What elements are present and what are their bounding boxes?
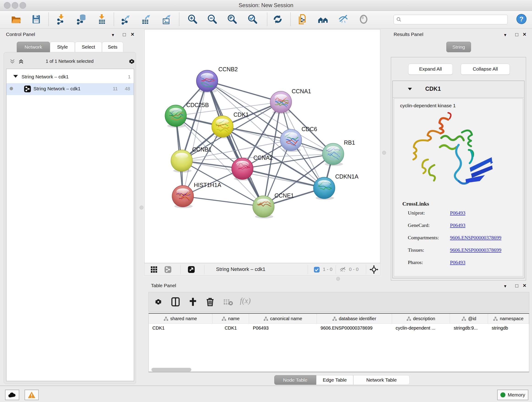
zoom-in-icon[interactable] (187, 14, 198, 25)
help-icon[interactable]: ? (516, 13, 527, 25)
search-input[interactable] (403, 15, 505, 23)
network-graph[interactable]: CCNB2CCNA1CDC25BCDK1CDC6RB1CCNB1CCNA2CDK… (145, 30, 380, 263)
tab-edge-table[interactable]: Edge Table (316, 375, 353, 385)
crosslink-link[interactable]: P06493 (450, 259, 465, 265)
table-cell[interactable]: stringdb:9... (450, 324, 488, 333)
collapse-triangle-icon[interactable] (13, 75, 18, 78)
zoom-fit-icon[interactable] (227, 14, 238, 25)
import-network-icon[interactable] (56, 14, 67, 25)
warning-icon (28, 391, 36, 398)
node-CDC6[interactable]: CDC6 (280, 126, 317, 152)
column-header-description[interactable]: description (392, 314, 450, 323)
tab-style[interactable]: Style (50, 42, 75, 52)
export-table-icon[interactable] (140, 14, 152, 25)
node-label: CDC25B (186, 102, 209, 108)
save-session-icon[interactable] (31, 14, 42, 25)
column-header-namespace[interactable]: namespace (488, 314, 529, 323)
home-icon[interactable] (317, 14, 329, 25)
table-panel-close-icon[interactable]: ✕ (523, 283, 526, 288)
selected-checkbox-icon[interactable] (314, 267, 320, 273)
crosslinks-title: CrossLinks (402, 201, 429, 207)
control-panel-close-icon[interactable]: ✕ (131, 32, 134, 37)
network-row-selected[interactable]: String Network – cdk1 11 48 (6, 83, 134, 95)
hide-panel-icon[interactable] (338, 14, 349, 25)
table-panel-float-icon[interactable]: □ (515, 283, 518, 289)
column-header-canonicalname[interactable]: canonical name (249, 314, 317, 323)
node-table[interactable]: shared namenamecanonical namedatabase id… (148, 313, 529, 372)
crosslink-link[interactable]: 9606.ENSP00000378699 (450, 247, 501, 253)
crosslink-link[interactable]: P06493 (450, 210, 465, 216)
gear-icon[interactable] (154, 297, 163, 306)
tab-sets[interactable]: Sets (102, 42, 123, 52)
selected-counts: 1 - 0 (323, 267, 332, 272)
table-cell[interactable]: stringdb (488, 324, 529, 333)
tab-string[interactable]: String (446, 42, 471, 52)
memory-button[interactable]: Memory (497, 390, 528, 400)
network-share-icon[interactable] (164, 266, 172, 273)
tab-node-table[interactable]: Node Table (274, 375, 316, 385)
table-cell[interactable]: CDK1 (212, 324, 249, 333)
node-CDK1[interactable]: CDK1 (212, 111, 249, 138)
network-collection-row[interactable]: String Network – cdk1 1 (6, 72, 134, 84)
table-cell[interactable]: cyclin-dependent ... (392, 324, 450, 333)
function-builder-icon[interactable]: f(x) (240, 296, 251, 305)
vertical-splitter-handle[interactable] (139, 206, 143, 210)
import-database-icon[interactable] (76, 14, 87, 25)
collapse-all-button[interactable]: Collapse All (461, 64, 510, 75)
vertical-splitter-handle[interactable] (382, 151, 386, 155)
column-header-id[interactable]: @id (450, 314, 488, 323)
delete-column-trash-icon[interactable] (206, 297, 215, 307)
node-CCNA1[interactable]: CCNA1 (270, 88, 311, 114)
delete-table-icon[interactable] (223, 299, 233, 306)
gene-section-header[interactable]: CDK1 (393, 81, 524, 98)
expand-all-button[interactable]: Expand All (408, 64, 453, 75)
node-HIST1H1A[interactable]: HIST1H1A (172, 182, 221, 208)
control-panel-menu-icon[interactable]: ▾ (112, 32, 114, 38)
open-file-icon[interactable] (11, 14, 22, 25)
table-header-row: shared namenamecanonical namedatabase id… (149, 314, 529, 324)
control-panel-float-icon[interactable]: □ (123, 32, 126, 38)
results-panel-float-icon[interactable]: □ (515, 32, 518, 38)
birds-eye-grid-icon[interactable] (151, 266, 157, 273)
network-canvas[interactable]: CCNB2CCNA1CDC25BCDK1CDC6RB1CCNB1CCNA2CDK… (144, 29, 380, 263)
horizontal-splitter-handle[interactable] (336, 277, 340, 281)
horizontal-scrollbar-thumb[interactable] (152, 368, 191, 371)
gear-icon[interactable] (128, 57, 136, 65)
table-row[interactable]: CDK1CDK1P064939606.ENSP00000378699cyclin… (149, 324, 529, 333)
add-column-icon[interactable] (188, 297, 198, 307)
node-CCNB2[interactable]: CCNB2 (196, 66, 238, 93)
eye-icon[interactable] (358, 14, 369, 25)
column-header-name[interactable]: name (212, 314, 249, 323)
crosslink-link[interactable]: 9606.ENSP00000378699 (450, 235, 501, 241)
zoom-out-icon[interactable] (207, 14, 218, 25)
search-field[interactable] (394, 15, 508, 24)
cloud-button[interactable] (5, 390, 19, 400)
tab-select[interactable]: Select (75, 42, 102, 52)
show-columns-icon[interactable] (171, 297, 180, 307)
warnings-button[interactable] (25, 390, 39, 400)
collapse-triangle-icon[interactable] (408, 88, 412, 90)
node-CDC25B[interactable]: CDC25B (165, 102, 209, 128)
table-cell[interactable]: CDK1 (149, 324, 212, 333)
node-CDKN1A[interactable]: CDKN1A (313, 173, 359, 200)
fit-content-crosshair-icon[interactable] (370, 265, 378, 274)
import-table-icon[interactable] (96, 14, 107, 25)
export-image-icon[interactable] (161, 14, 172, 25)
tab-network-table[interactable]: Network Table (353, 375, 410, 385)
clone-network-icon[interactable] (298, 14, 308, 25)
export-network-icon[interactable] (120, 14, 131, 25)
table-cell[interactable]: P06493 (249, 324, 317, 333)
crosslink-label: Uniprot: (408, 210, 425, 216)
column-header-databaseidentifier[interactable]: database identifier (317, 314, 392, 323)
column-header-sharedname[interactable]: shared name (149, 314, 212, 323)
zoom-selected-icon[interactable] (247, 14, 258, 25)
results-panel-close-icon[interactable]: ✕ (523, 32, 526, 37)
table-panel-menu-icon[interactable]: ▾ (504, 283, 506, 289)
tab-network[interactable]: Network (17, 42, 50, 52)
crosslink-link[interactable]: P06493 (450, 222, 465, 228)
refresh-layout-icon[interactable] (272, 14, 283, 25)
table-cell[interactable]: 9606.ENSP00000378699 (317, 324, 392, 333)
node-RB1[interactable]: RB1 (322, 139, 355, 166)
open-in-new-icon[interactable] (188, 266, 195, 273)
results-panel-menu-icon[interactable]: ▾ (504, 32, 506, 38)
